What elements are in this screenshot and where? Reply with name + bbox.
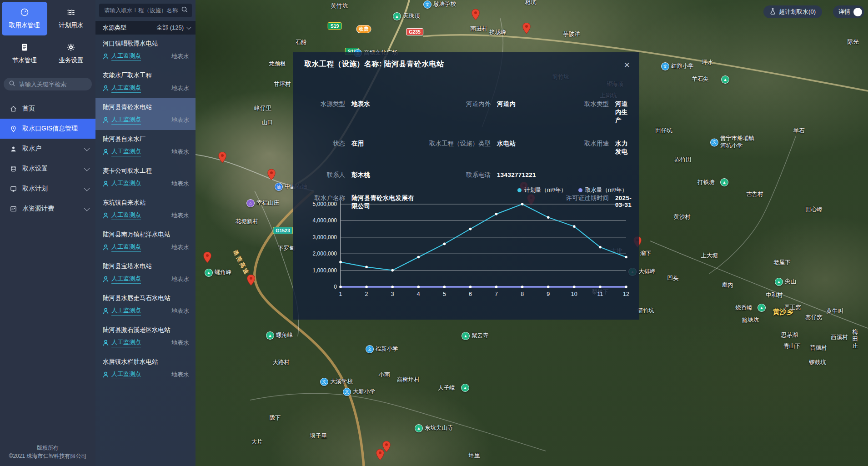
home-icon <box>10 105 17 112</box>
map-place-label: 打铁塘 <box>697 179 715 186</box>
detail-toggle-switch[interactable] <box>853 8 862 16</box>
sidebar-item-5[interactable]: 取水计划 <box>0 179 95 199</box>
document-icon <box>20 43 29 53</box>
station-list-item[interactable]: 东坑镇自来水站 人工监测点 地表水 <box>95 194 196 225</box>
legend-item[interactable]: 取水量（m³/年） <box>578 186 627 194</box>
station-search-input[interactable] <box>103 7 181 14</box>
search-icon[interactable] <box>181 6 188 15</box>
intake-point-pin[interactable] <box>376 449 384 462</box>
monitor-type[interactable]: 人工监测点 <box>111 211 141 220</box>
sidebar-item-6[interactable]: 水资源计费 <box>0 199 95 219</box>
poi-peak-icon: ▲ <box>721 75 729 84</box>
over-plan-button[interactable]: 超计划取水(0) <box>763 5 822 18</box>
module-tile-2[interactable]: 计划用水 <box>49 2 94 35</box>
poi-school-icon: 文 <box>366 345 374 353</box>
monitor-type[interactable]: 人工监测点 <box>111 52 141 61</box>
map-poi-marker: ▲ <box>721 75 729 84</box>
sidebar-item-label: 首页 <box>22 105 35 113</box>
station-list-item[interactable]: 陆河县宝塔水电站 人工监测点 地表水 <box>95 257 196 289</box>
station-name: 友能水厂取水工程 <box>103 71 189 80</box>
map-place-label: 小南 <box>379 371 390 379</box>
water-source-filter: 水源类型 全部 (125) <box>95 21 196 35</box>
monitor-type[interactable]: 人工监测点 <box>111 147 141 156</box>
monitor-type[interactable]: 人工监测点 <box>111 179 141 188</box>
map-place-label: 芋陂洋 <box>563 31 580 38</box>
legend-dot <box>578 188 582 192</box>
water-source-type: 地表水 <box>171 148 189 156</box>
station-list-item[interactable]: 陆河县水唇走马石水电站 人工监测点 地表水 <box>95 289 196 321</box>
over-plan-label: 超计划取水(0) <box>779 8 816 16</box>
intake-point-pin[interactable] <box>247 275 255 287</box>
field-cell: 河道内外河道内 <box>418 100 563 125</box>
poi-label: 普宁市船埔镇 河坑小学 <box>720 135 754 149</box>
legend-label: 计划量（m³/年） <box>524 186 567 194</box>
station-name: 陆河县自来水厂 <box>103 135 189 143</box>
monitor-type[interactable]: 人工监测点 <box>111 306 141 316</box>
module-tiles: 取用水管理计划用水节水管理业务设置 <box>0 0 95 72</box>
map-poi-marker: ▲ <box>758 304 766 312</box>
station-list-item[interactable]: 河口镇唱歌潭水电站 人工监测点 地表水 <box>95 35 196 66</box>
copyright: 版权所有 ©2021 珠海市仁智科技有限公司 <box>0 444 95 466</box>
station-list-item[interactable]: 陆河县南万镇杞洋水电站 人工监测点 地表水 <box>95 225 196 257</box>
svg-text:8: 8 <box>521 291 524 297</box>
field-cell <box>563 171 628 179</box>
intake-point-pin[interactable] <box>204 252 211 265</box>
field-label: 取水用途 <box>563 140 609 148</box>
map-place-label: 黄竹坑 <box>331 3 348 10</box>
monitor-type[interactable]: 人工监测点 <box>111 370 141 379</box>
field-label: 取水类型 <box>563 100 609 108</box>
monitor-type[interactable]: 人工监测点 <box>111 243 141 252</box>
poi-school-icon: 文 <box>661 62 669 70</box>
map-poi-marker: 文大溪学校 <box>320 378 353 386</box>
station-list-item[interactable]: 友能水厂取水工程 人工监测点 地表水 <box>95 66 196 98</box>
map-place-label: 大路村 <box>272 359 290 366</box>
filter-value-dropdown[interactable]: 全部 (125) <box>156 24 190 32</box>
module-tile-label: 节水管理 <box>12 56 37 65</box>
map-place-label: 凹头 <box>667 275 679 282</box>
flask-icon <box>770 8 776 16</box>
intake-point-pin[interactable] <box>472 9 480 22</box>
station-list-item[interactable]: 陆河县激石溪老区水电站 人工监测点 地表水 <box>95 321 196 353</box>
station-search[interactable] <box>99 4 192 17</box>
water-source-type: 地表水 <box>171 116 189 124</box>
map-place-label: 坪里 <box>469 452 480 460</box>
station-list-item[interactable]: 水唇镇水栏肚水电站 人工监测点 地表水 <box>95 353 196 385</box>
poi-peak-icon: ▲ <box>205 269 213 277</box>
poi-label: 聚云寺 <box>472 332 489 340</box>
station-list-item[interactable]: 陆河县青砼水电站 人工监测点 地表水 <box>95 98 196 130</box>
svg-text:1: 1 <box>339 291 342 297</box>
poi-school-icon: 文 <box>710 138 718 146</box>
poi-school-icon: 文 <box>343 388 351 396</box>
station-name: 陆河县南万镇杞洋水电站 <box>103 230 189 239</box>
module-tile-4[interactable]: 业务设置 <box>49 37 94 70</box>
water-source-type: 地表水 <box>171 211 189 220</box>
road-badge: S19 <box>328 22 342 30</box>
module-tile-3[interactable]: 节水管理 <box>2 37 47 70</box>
legend-item[interactable]: 计划量（m³/年） <box>517 186 567 194</box>
sidebar-search-input[interactable] <box>18 80 100 88</box>
sidebar-search[interactable] <box>4 78 92 90</box>
field-value: 水力发电 <box>615 140 628 156</box>
poi-peak-icon: ▲ <box>720 178 728 186</box>
sidebar-item-1[interactable]: 首页 <box>0 99 95 119</box>
copyright-line2: ©2021 珠海市仁智科技有限公司 <box>0 452 95 461</box>
monitor-type[interactable]: 人工监测点 <box>111 275 141 284</box>
poi-peak-icon: ▲ <box>758 304 766 312</box>
sidebar-item-3[interactable]: 取水户 <box>0 139 95 159</box>
monitor-type[interactable]: 人工监测点 <box>111 115 141 125</box>
intake-point-pin[interactable] <box>219 152 226 165</box>
sidebar-item-2[interactable]: 取水口GIS信息管理 <box>0 119 95 139</box>
water-source-type: 地表水 <box>171 84 189 92</box>
field-label: 取水工程（设施）类型 <box>418 140 491 148</box>
intake-point-pin[interactable] <box>523 23 531 35</box>
monitor-type[interactable]: 人工监测点 <box>111 338 141 347</box>
svg-text:2: 2 <box>365 291 368 297</box>
map-poi-marker: 文红旗小学 <box>661 62 694 70</box>
station-list-item[interactable]: 陆河县自来水厂 人工监测点 地表水 <box>95 130 196 162</box>
station-list-item[interactable]: 麦卡公司取水工程 人工监测点 地表水 <box>95 162 196 194</box>
monitor-type[interactable]: 人工监测点 <box>111 84 141 93</box>
intake-point-pin[interactable] <box>268 169 276 182</box>
sidebar-item-4[interactable]: 取水设置 <box>0 159 95 179</box>
close-icon[interactable]: ✕ <box>622 59 632 72</box>
module-tile-1[interactable]: 取用水管理 <box>2 2 47 35</box>
